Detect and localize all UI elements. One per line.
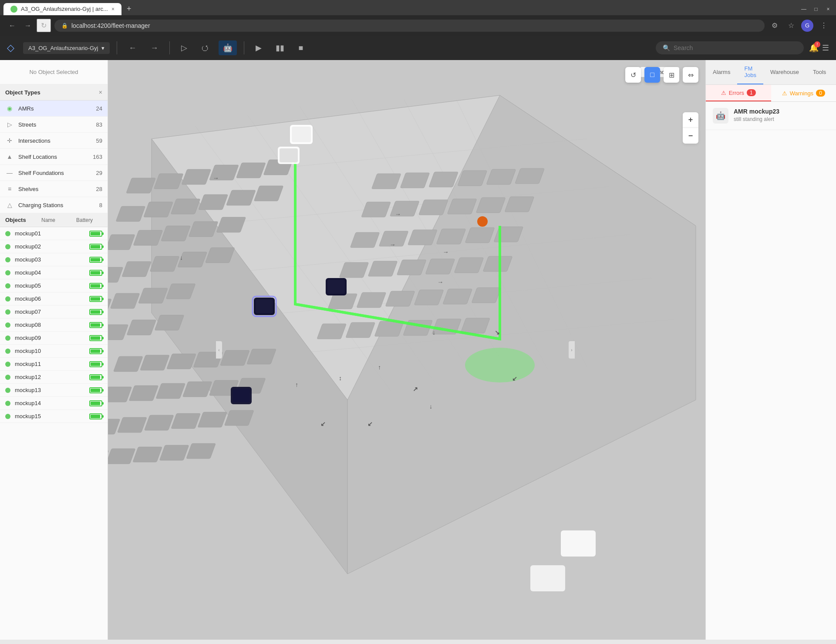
maximize-button[interactable]: □	[812, 5, 820, 13]
object-type-charging-stations[interactable]: △ Charging Stations 8	[0, 197, 108, 213]
extensions-button[interactable]: ⚙	[768, 20, 781, 31]
status-dot	[5, 283, 10, 288]
tab-tools[interactable]: Tools	[806, 64, 833, 81]
object-type-shelves[interactable]: ≡ Shelves 28	[0, 181, 108, 197]
warnings-tab[interactable]: ⚠ Warnings 0	[771, 85, 836, 101]
3d-view-button[interactable]: ⊞	[664, 67, 679, 83]
list-item[interactable]: mockup02	[0, 240, 108, 253]
zoom-in-button[interactable]: +	[683, 112, 698, 128]
list-item[interactable]: mockup13	[0, 384, 108, 397]
object-type-intersections[interactable]: ✛ Intersections 59	[0, 133, 108, 149]
status-dot	[5, 231, 10, 236]
tab-alarms[interactable]: Alarms	[706, 64, 737, 81]
status-dot	[5, 401, 10, 406]
status-dot	[5, 296, 10, 302]
pause-button[interactable]: ▮▮	[271, 40, 289, 55]
alert-description: still standing alert	[734, 116, 829, 122]
list-item[interactable]: mockup12	[0, 371, 108, 384]
draw-button[interactable]: ▷	[177, 40, 192, 55]
list-item[interactable]: mockup11	[0, 358, 108, 371]
right-panel-tabs: Alarms FM Jobs Warehouse Tools +	[706, 60, 836, 85]
svg-text:↗: ↗	[413, 386, 418, 392]
nav-buttons: ← → ↻	[5, 19, 51, 32]
close-window-button[interactable]: ×	[824, 5, 833, 13]
play-button[interactable]: ▶	[251, 40, 266, 55]
svg-rect-134	[530, 565, 565, 591]
list-item[interactable]: mockup10	[0, 345, 108, 358]
alert-item[interactable]: 🤖 AMR mockup23 still standing alert	[706, 102, 836, 130]
shelf-loc-icon: ▲	[5, 152, 14, 161]
object-type-shelf-locations[interactable]: ▲ Shelf Locations 163	[0, 149, 108, 165]
back-button[interactable]: ←	[5, 19, 19, 32]
object-types-collapse-button[interactable]: ×	[99, 89, 102, 96]
reload-button[interactable]: ↻	[37, 19, 51, 32]
alerts-list: 🤖 AMR mockup23 still standing alert	[706, 102, 836, 640]
list-item[interactable]: mockup14	[0, 397, 108, 410]
search-box[interactable]: 🔍	[656, 41, 804, 54]
filter-view-button[interactable]: ⇔	[683, 67, 698, 83]
list-item[interactable]: mockup06	[0, 292, 108, 305]
menu-button[interactable]: ⋮	[817, 20, 831, 31]
profile-button[interactable]: G	[801, 20, 813, 32]
right-panel: Alarms FM Jobs Warehouse Tools + ⚠ Error…	[705, 60, 836, 640]
back-scenario-button[interactable]: ←	[124, 41, 141, 55]
list-item[interactable]: mockup01	[0, 227, 108, 240]
list-item[interactable]: mockup15	[0, 410, 108, 423]
list-item[interactable]: mockup03	[0, 253, 108, 266]
scenario-selector[interactable]: A3_OG_Anlaufszenario-Gyj ▾	[23, 42, 110, 54]
svg-text:↘: ↘	[495, 329, 500, 336]
forward-button[interactable]: →	[21, 19, 35, 32]
active-tab[interactable]: A3_OG_Anlaufszenario-Gyj | arc... ×	[3, 3, 121, 15]
errors-tab[interactable]: ⚠ Errors 1	[706, 85, 771, 101]
url-text: localhost:4200/fleet-manager	[71, 22, 150, 29]
rotate-button[interactable]: ⭯	[197, 41, 213, 55]
object-type-streets[interactable]: ▷ Streets 83	[0, 117, 108, 133]
battery-indicator	[89, 270, 102, 276]
warehouse-viewport[interactable]: ↺ □ ⊞ ⇔ + −	[108, 60, 705, 640]
bookmarks-button[interactable]: ☆	[785, 20, 798, 31]
url-bar[interactable]: 🔒 localhost:4200/fleet-manager	[54, 20, 765, 32]
amr-icon: ◉	[5, 104, 14, 113]
object-type-amrs[interactable]: ◉ AMRs 24	[0, 101, 108, 117]
list-item[interactable]: mockup07	[0, 305, 108, 319]
list-item[interactable]: mockup08	[0, 319, 108, 332]
svg-text:→: →	[389, 241, 396, 248]
minimize-button[interactable]: —	[799, 5, 808, 13]
add-tab-button[interactable]: +	[833, 65, 836, 80]
status-dot	[5, 414, 10, 419]
left-panel-collapse-button[interactable]: ‹	[216, 341, 222, 359]
shelves-count: 28	[96, 186, 102, 192]
svg-text:↓: ↓	[432, 329, 435, 336]
battery-indicator	[89, 244, 102, 250]
right-panel-collapse-button[interactable]: ›	[569, 341, 575, 359]
new-tab-button[interactable]: +	[123, 3, 135, 15]
reset-view-button[interactable]: ↺	[625, 67, 641, 83]
list-item[interactable]: mockup09	[0, 332, 108, 345]
search-input[interactable]	[674, 44, 797, 51]
intersection-label: Intersections	[18, 138, 96, 144]
warning-count-badge: 0	[816, 90, 825, 97]
browser-controls: ⚙ ☆ G ⋮	[768, 20, 831, 32]
zoom-out-button[interactable]: −	[683, 128, 698, 144]
svg-rect-106	[280, 148, 298, 162]
battery-indicator	[89, 400, 102, 406]
list-item[interactable]: mockup05	[0, 279, 108, 292]
object-name: mockup02	[15, 243, 89, 250]
battery-indicator	[89, 348, 102, 354]
warehouse-3d-scene: → ↓ → → ↑ ↗ ↕ ↑ → → ↓ ↘ ↙ ↓ ↙ ↙	[108, 60, 705, 640]
tab-warehouse[interactable]: Warehouse	[763, 64, 806, 81]
forward-scenario-button[interactable]: →	[146, 41, 162, 55]
object-name: mockup11	[15, 361, 89, 367]
browser-chrome: A3_OG_Anlaufszenario-Gyj | arc... × + — …	[0, 0, 836, 36]
robot-view-button[interactable]: 🤖	[219, 40, 237, 55]
svg-rect-133	[561, 530, 596, 557]
list-item[interactable]: mockup04	[0, 266, 108, 279]
2d-view-button[interactable]: □	[644, 67, 660, 83]
tab-close-button[interactable]: ×	[111, 6, 115, 12]
filter-settings-button[interactable]: ☰	[822, 43, 829, 53]
object-type-shelf-foundations[interactable]: — Shelf Foundations 29	[0, 165, 108, 181]
object-types-title: Object Types	[5, 89, 40, 96]
tab-favicon	[10, 6, 17, 13]
tab-fm-jobs[interactable]: FM Jobs	[737, 60, 763, 84]
stop-button[interactable]: ■	[294, 41, 307, 55]
